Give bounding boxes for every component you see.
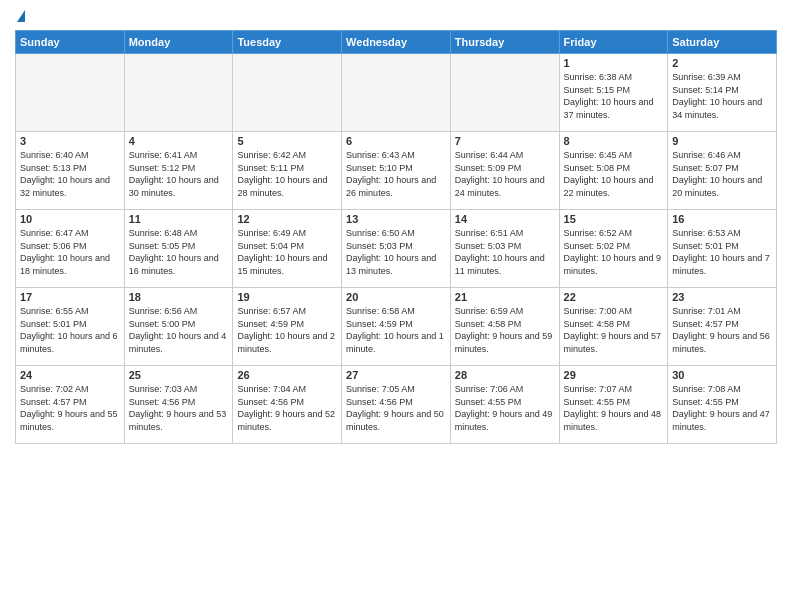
day-number: 14 (455, 213, 555, 225)
day-number: 30 (672, 369, 772, 381)
logo-triangle-icon (17, 10, 25, 22)
day-info: Sunrise: 6:45 AM Sunset: 5:08 PM Dayligh… (564, 149, 664, 199)
calendar-cell: 24Sunrise: 7:02 AM Sunset: 4:57 PM Dayli… (16, 366, 125, 444)
day-info: Sunrise: 7:01 AM Sunset: 4:57 PM Dayligh… (672, 305, 772, 355)
day-info: Sunrise: 6:56 AM Sunset: 5:00 PM Dayligh… (129, 305, 229, 355)
day-number: 28 (455, 369, 555, 381)
day-info: Sunrise: 7:02 AM Sunset: 4:57 PM Dayligh… (20, 383, 120, 433)
day-number: 17 (20, 291, 120, 303)
day-number: 2 (672, 57, 772, 69)
calendar-cell: 21Sunrise: 6:59 AM Sunset: 4:58 PM Dayli… (450, 288, 559, 366)
weekday-header: Tuesday (233, 31, 342, 54)
day-info: Sunrise: 6:41 AM Sunset: 5:12 PM Dayligh… (129, 149, 229, 199)
calendar-cell: 29Sunrise: 7:07 AM Sunset: 4:55 PM Dayli… (559, 366, 668, 444)
day-info: Sunrise: 6:53 AM Sunset: 5:01 PM Dayligh… (672, 227, 772, 277)
day-info: Sunrise: 6:49 AM Sunset: 5:04 PM Dayligh… (237, 227, 337, 277)
day-number: 10 (20, 213, 120, 225)
day-info: Sunrise: 7:06 AM Sunset: 4:55 PM Dayligh… (455, 383, 555, 433)
day-info: Sunrise: 6:50 AM Sunset: 5:03 PM Dayligh… (346, 227, 446, 277)
day-number: 20 (346, 291, 446, 303)
day-number: 25 (129, 369, 229, 381)
calendar-cell: 1Sunrise: 6:38 AM Sunset: 5:15 PM Daylig… (559, 54, 668, 132)
day-info: Sunrise: 6:51 AM Sunset: 5:03 PM Dayligh… (455, 227, 555, 277)
day-number: 24 (20, 369, 120, 381)
calendar-table: SundayMondayTuesdayWednesdayThursdayFrid… (15, 30, 777, 444)
calendar-cell: 7Sunrise: 6:44 AM Sunset: 5:09 PM Daylig… (450, 132, 559, 210)
calendar-cell (233, 54, 342, 132)
page-header (15, 10, 777, 22)
day-number: 3 (20, 135, 120, 147)
calendar-cell: 26Sunrise: 7:04 AM Sunset: 4:56 PM Dayli… (233, 366, 342, 444)
weekday-header: Friday (559, 31, 668, 54)
weekday-header: Monday (124, 31, 233, 54)
day-number: 16 (672, 213, 772, 225)
calendar-cell: 6Sunrise: 6:43 AM Sunset: 5:10 PM Daylig… (342, 132, 451, 210)
day-number: 26 (237, 369, 337, 381)
calendar-cell: 14Sunrise: 6:51 AM Sunset: 5:03 PM Dayli… (450, 210, 559, 288)
calendar-cell: 12Sunrise: 6:49 AM Sunset: 5:04 PM Dayli… (233, 210, 342, 288)
day-number: 22 (564, 291, 664, 303)
day-number: 12 (237, 213, 337, 225)
calendar-cell: 27Sunrise: 7:05 AM Sunset: 4:56 PM Dayli… (342, 366, 451, 444)
weekday-header: Thursday (450, 31, 559, 54)
calendar-cell: 13Sunrise: 6:50 AM Sunset: 5:03 PM Dayli… (342, 210, 451, 288)
day-info: Sunrise: 7:00 AM Sunset: 4:58 PM Dayligh… (564, 305, 664, 355)
calendar-cell (342, 54, 451, 132)
day-number: 1 (564, 57, 664, 69)
calendar-cell: 3Sunrise: 6:40 AM Sunset: 5:13 PM Daylig… (16, 132, 125, 210)
day-info: Sunrise: 7:07 AM Sunset: 4:55 PM Dayligh… (564, 383, 664, 433)
day-info: Sunrise: 7:03 AM Sunset: 4:56 PM Dayligh… (129, 383, 229, 433)
calendar-cell (124, 54, 233, 132)
day-info: Sunrise: 6:59 AM Sunset: 4:58 PM Dayligh… (455, 305, 555, 355)
calendar-cell: 9Sunrise: 6:46 AM Sunset: 5:07 PM Daylig… (668, 132, 777, 210)
day-info: Sunrise: 6:39 AM Sunset: 5:14 PM Dayligh… (672, 71, 772, 121)
calendar-cell: 10Sunrise: 6:47 AM Sunset: 5:06 PM Dayli… (16, 210, 125, 288)
calendar-cell: 2Sunrise: 6:39 AM Sunset: 5:14 PM Daylig… (668, 54, 777, 132)
day-info: Sunrise: 6:57 AM Sunset: 4:59 PM Dayligh… (237, 305, 337, 355)
day-number: 4 (129, 135, 229, 147)
day-number: 18 (129, 291, 229, 303)
day-info: Sunrise: 7:04 AM Sunset: 4:56 PM Dayligh… (237, 383, 337, 433)
day-info: Sunrise: 6:52 AM Sunset: 5:02 PM Dayligh… (564, 227, 664, 277)
day-info: Sunrise: 6:58 AM Sunset: 4:59 PM Dayligh… (346, 305, 446, 355)
day-info: Sunrise: 6:46 AM Sunset: 5:07 PM Dayligh… (672, 149, 772, 199)
day-number: 5 (237, 135, 337, 147)
calendar-cell: 28Sunrise: 7:06 AM Sunset: 4:55 PM Dayli… (450, 366, 559, 444)
weekday-header: Sunday (16, 31, 125, 54)
day-number: 21 (455, 291, 555, 303)
calendar-cell: 5Sunrise: 6:42 AM Sunset: 5:11 PM Daylig… (233, 132, 342, 210)
day-number: 23 (672, 291, 772, 303)
day-number: 19 (237, 291, 337, 303)
day-number: 7 (455, 135, 555, 147)
day-number: 9 (672, 135, 772, 147)
day-info: Sunrise: 6:47 AM Sunset: 5:06 PM Dayligh… (20, 227, 120, 277)
day-info: Sunrise: 6:44 AM Sunset: 5:09 PM Dayligh… (455, 149, 555, 199)
day-number: 29 (564, 369, 664, 381)
calendar-cell: 4Sunrise: 6:41 AM Sunset: 5:12 PM Daylig… (124, 132, 233, 210)
calendar-cell: 25Sunrise: 7:03 AM Sunset: 4:56 PM Dayli… (124, 366, 233, 444)
calendar-cell: 16Sunrise: 6:53 AM Sunset: 5:01 PM Dayli… (668, 210, 777, 288)
day-info: Sunrise: 7:05 AM Sunset: 4:56 PM Dayligh… (346, 383, 446, 433)
calendar-cell: 30Sunrise: 7:08 AM Sunset: 4:55 PM Dayli… (668, 366, 777, 444)
calendar-cell: 15Sunrise: 6:52 AM Sunset: 5:02 PM Dayli… (559, 210, 668, 288)
calendar-cell: 8Sunrise: 6:45 AM Sunset: 5:08 PM Daylig… (559, 132, 668, 210)
day-number: 8 (564, 135, 664, 147)
calendar-cell: 23Sunrise: 7:01 AM Sunset: 4:57 PM Dayli… (668, 288, 777, 366)
day-info: Sunrise: 6:43 AM Sunset: 5:10 PM Dayligh… (346, 149, 446, 199)
day-number: 11 (129, 213, 229, 225)
day-info: Sunrise: 6:38 AM Sunset: 5:15 PM Dayligh… (564, 71, 664, 121)
day-number: 27 (346, 369, 446, 381)
weekday-header: Saturday (668, 31, 777, 54)
calendar-cell (450, 54, 559, 132)
day-info: Sunrise: 6:42 AM Sunset: 5:11 PM Dayligh… (237, 149, 337, 199)
calendar-cell: 17Sunrise: 6:55 AM Sunset: 5:01 PM Dayli… (16, 288, 125, 366)
day-number: 6 (346, 135, 446, 147)
day-info: Sunrise: 6:55 AM Sunset: 5:01 PM Dayligh… (20, 305, 120, 355)
day-number: 13 (346, 213, 446, 225)
calendar-cell (16, 54, 125, 132)
calendar-cell: 20Sunrise: 6:58 AM Sunset: 4:59 PM Dayli… (342, 288, 451, 366)
calendar-cell: 19Sunrise: 6:57 AM Sunset: 4:59 PM Dayli… (233, 288, 342, 366)
weekday-header: Wednesday (342, 31, 451, 54)
day-info: Sunrise: 6:48 AM Sunset: 5:05 PM Dayligh… (129, 227, 229, 277)
day-number: 15 (564, 213, 664, 225)
